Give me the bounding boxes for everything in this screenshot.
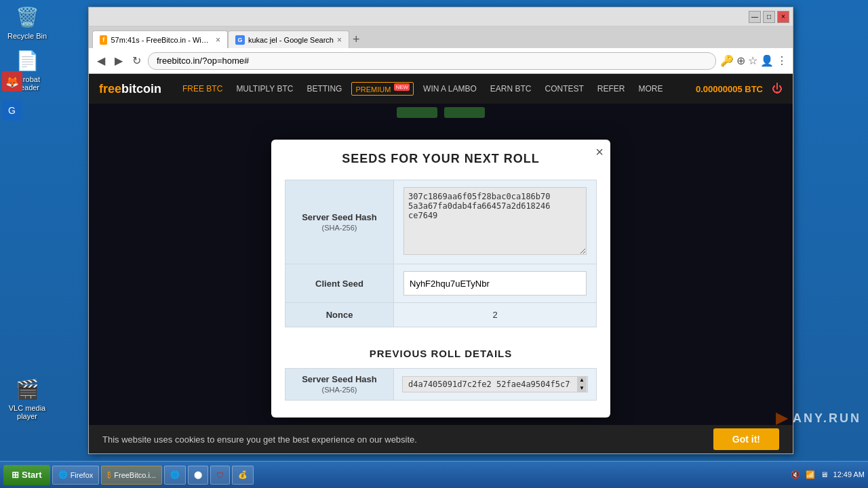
prev-hash-input[interactable] xyxy=(402,376,588,392)
cookie-message: This website uses cookies to ensure you … xyxy=(102,434,417,445)
modal-close-button[interactable]: × xyxy=(595,145,604,159)
prev-roll-section: PREVIOUS ROLL DETAILS Server Seed Hash (… xyxy=(271,334,610,407)
client-seed-row: Client Seed xyxy=(285,264,597,303)
refresh-button[interactable]: ↻ xyxy=(130,53,144,68)
forward-button[interactable]: ▶ xyxy=(112,53,125,68)
taskbar-chrome[interactable]: ⬤ xyxy=(188,466,208,485)
antivirus-icon: 🛡 xyxy=(216,471,224,479)
power-icon[interactable]: ⏻ xyxy=(772,83,783,95)
title-bar: — □ × xyxy=(89,7,793,26)
ie-icon: 🌐 xyxy=(170,470,180,479)
left-sidebar: 🦊 G xyxy=(0,68,24,124)
taskbar-right: 🔇 📶 🖥 12:49 AM xyxy=(791,470,865,479)
cookie-bar: This website uses cookies to ensure you … xyxy=(89,425,793,453)
taskbar-freebitcoin[interactable]: ₿ FreeBitco.i... xyxy=(101,466,162,485)
modal-title: SEEDS FOR YOUR NEXT ROLL xyxy=(271,140,610,173)
seeds-modal: × SEEDS FOR YOUR NEXT ROLL Server Seed H… xyxy=(271,140,610,418)
premium-badge: NEW xyxy=(394,83,410,91)
freebtc-navbar: freebitcoin FREE BTC MULTIPLY BTC BETTIN… xyxy=(89,74,793,104)
logo-bitcoin: bitcoin xyxy=(121,82,161,96)
server-seed-row: Server Seed Hash (SHA-256) 307c1869aa6f0… xyxy=(285,180,597,264)
recycle-bin-icon[interactable]: 🗑️ Recycle Bin xyxy=(3,3,51,40)
bookmark-icon[interactable]: ☆ xyxy=(748,54,757,67)
freebtc-logo: freebitcoin xyxy=(99,82,161,96)
close-button[interactable]: × xyxy=(777,11,789,23)
taskbar-clock: 12:49 AM xyxy=(833,470,865,479)
prev-roll-title: PREVIOUS ROLL DETAILS xyxy=(285,341,597,365)
server-seed-textarea[interactable]: 307c1869aa6f05f28bac0ca186b70 5a3a67fa0d… xyxy=(403,187,587,255)
logo-free: free xyxy=(99,82,121,96)
key-icon[interactable]: 🔑 xyxy=(720,54,734,67)
vlc-icon[interactable]: 🎬 VLC media player xyxy=(3,375,51,420)
window-controls: — □ × xyxy=(749,11,789,23)
nonce-row: Nonce 2 xyxy=(285,303,597,327)
modal-padding xyxy=(271,407,610,418)
nav-multiply-btc[interactable]: MULTIPLY BTC xyxy=(232,81,297,96)
tab-freebitcoin-favicon: f xyxy=(100,35,107,45)
nav-premium[interactable]: PREMIUM NEW xyxy=(351,82,414,96)
profile-icon[interactable]: 👤 xyxy=(760,54,774,67)
maximize-button[interactable]: □ xyxy=(763,11,775,23)
taskbar-battery-icon[interactable]: 🖥 xyxy=(821,470,828,479)
taskbar: ⊞ Start 🌐 Firefox ₿ FreeBitco.i... 🌐 ⬤ 🛡… xyxy=(0,461,868,488)
next-roll-section: Server Seed Hash (SHA-256) 307c1869aa6f0… xyxy=(271,173,610,334)
server-seed-value-cell: 307c1869aa6f05f28bac0ca186b70 5a3a67fa0d… xyxy=(394,180,597,264)
taskbar-mute-icon[interactable]: 🔇 xyxy=(791,470,800,479)
nav-betting[interactable]: BETTING xyxy=(302,81,346,96)
scroll-down-button[interactable]: ▼ xyxy=(577,384,587,392)
client-seed-value-cell xyxy=(394,264,597,303)
windows-icon: ⊞ xyxy=(12,470,19,480)
new-tab-button[interactable]: + xyxy=(349,30,363,48)
prev-server-seed-row: Server Seed Hash (SHA-256) ▲ xyxy=(285,369,597,401)
browser-window: — □ × f 57m:41s - FreeBitco.in - Win fre… xyxy=(88,7,793,454)
nav-win-lambo[interactable]: WIN A LAMBO xyxy=(419,81,481,96)
minimize-button[interactable]: — xyxy=(749,11,761,23)
tab-google[interactable]: G kukac jel - Google Search × xyxy=(228,30,349,48)
nonce-value-cell: 2 xyxy=(394,303,597,327)
server-seed-label-cell: Server Seed Hash (SHA-256) xyxy=(285,180,394,264)
firefox-sidebar-icon[interactable]: 🦊 xyxy=(2,71,22,92)
tab-freebitcoin-label: 57m:41s - FreeBitco.in - Win free bi... xyxy=(111,36,212,44)
extensions-icon[interactable]: ⊕ xyxy=(736,54,745,67)
nav-balance: 0.00000005 BTC xyxy=(696,84,763,94)
chrome-icon: ⬤ xyxy=(194,470,202,479)
modal-overlay: × SEEDS FOR YOUR NEXT ROLL Server Seed H… xyxy=(89,104,793,453)
tab-freebitcoin[interactable]: f 57m:41s - FreeBitco.in - Win free bi..… xyxy=(92,30,228,48)
nav-contest[interactable]: CONTEST xyxy=(540,81,587,96)
back-button[interactable]: ◀ xyxy=(94,53,108,68)
recycle-bin-label: Recycle Bin xyxy=(7,32,47,40)
scroll-arrows: ▲ ▼ xyxy=(577,376,587,392)
scroll-up-button[interactable]: ▲ xyxy=(577,376,587,384)
taskbar-antivirus[interactable]: 🛡 xyxy=(210,466,230,485)
taskbar-network-icon[interactable]: 📶 xyxy=(806,470,815,479)
firefox-taskbar-icon: 🌐 xyxy=(58,470,68,479)
address-bar-icons: 🔑 ⊕ ☆ 👤 ⋮ xyxy=(720,54,787,67)
prev-server-seed-value: ▲ ▼ xyxy=(394,369,597,401)
menu-icon[interactable]: ⋮ xyxy=(776,54,787,67)
nav-more[interactable]: MORE xyxy=(635,81,667,96)
nav-refer[interactable]: REFER xyxy=(593,81,629,96)
tab-bar: f 57m:41s - FreeBitco.in - Win free bi..… xyxy=(89,26,793,48)
tab-google-close[interactable]: × xyxy=(337,35,342,45)
prev-hash-container: ▲ ▼ xyxy=(402,376,588,392)
bottom-left-apps: 🎬 VLC media player xyxy=(3,375,51,420)
prev-roll-table: Server Seed Hash (SHA-256) ▲ xyxy=(285,368,597,401)
tab-google-label: kukac jel - Google Search xyxy=(248,36,334,44)
nav-items: FREE BTC MULTIPLY BTC BETTING PREMIUM NE… xyxy=(178,81,667,96)
taskbar-firefox[interactable]: 🌐 Firefox xyxy=(52,466,100,485)
nav-earn-btc[interactable]: EARN BTC xyxy=(486,81,536,96)
client-seed-input[interactable] xyxy=(403,271,587,296)
address-input[interactable] xyxy=(148,52,716,70)
start-button[interactable]: ⊞ Start xyxy=(3,465,50,485)
tab-freebitcoin-close[interactable]: × xyxy=(216,35,220,45)
taskbar-ie[interactable]: 🌐 xyxy=(164,466,186,485)
app2-icon: 💰 xyxy=(238,470,248,479)
seeds-table: Server Seed Hash (SHA-256) 307c1869aa6f0… xyxy=(285,180,597,327)
taskbar-app2[interactable]: 💰 xyxy=(232,466,254,485)
nav-free-btc[interactable]: FREE BTC xyxy=(178,81,226,96)
tab-google-favicon: G xyxy=(235,35,245,45)
chrome-sidebar-icon[interactable]: G xyxy=(2,100,22,121)
desktop: 🗑️ Recycle Bin 📄 Acrobat Reader 🦊 G — □ … xyxy=(0,0,868,461)
address-bar: ◀ ▶ ↻ 🔑 ⊕ ☆ 👤 ⋮ xyxy=(89,48,793,74)
cookie-accept-button[interactable]: Got it! xyxy=(713,428,779,450)
